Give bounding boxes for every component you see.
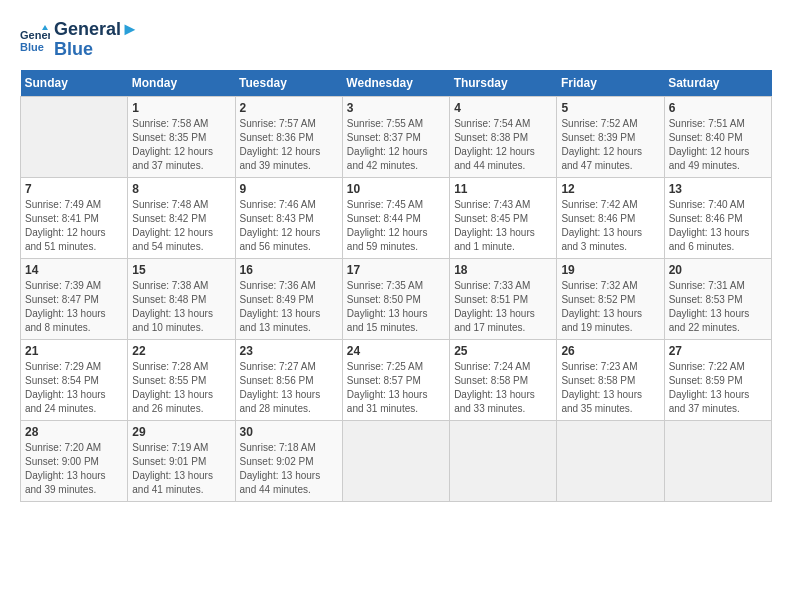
cell-content: Sunrise: 7:57 AM Sunset: 8:36 PM Dayligh…: [240, 117, 338, 173]
day-number: 28: [25, 425, 123, 439]
calendar-cell: [450, 420, 557, 501]
calendar-cell: 9Sunrise: 7:46 AM Sunset: 8:43 PM Daylig…: [235, 177, 342, 258]
cell-content: Sunrise: 7:55 AM Sunset: 8:37 PM Dayligh…: [347, 117, 445, 173]
calendar-cell: [664, 420, 771, 501]
calendar-cell: 14Sunrise: 7:39 AM Sunset: 8:47 PM Dayli…: [21, 258, 128, 339]
day-header-friday: Friday: [557, 70, 664, 97]
calendar-cell: [21, 96, 128, 177]
day-number: 9: [240, 182, 338, 196]
calendar-table: SundayMondayTuesdayWednesdayThursdayFrid…: [20, 70, 772, 502]
week-row: 28Sunrise: 7:20 AM Sunset: 9:00 PM Dayli…: [21, 420, 772, 501]
cell-content: Sunrise: 7:33 AM Sunset: 8:51 PM Dayligh…: [454, 279, 552, 335]
week-row: 14Sunrise: 7:39 AM Sunset: 8:47 PM Dayli…: [21, 258, 772, 339]
day-number: 8: [132, 182, 230, 196]
calendar-cell: 30Sunrise: 7:18 AM Sunset: 9:02 PM Dayli…: [235, 420, 342, 501]
day-number: 23: [240, 344, 338, 358]
cell-content: Sunrise: 7:23 AM Sunset: 8:58 PM Dayligh…: [561, 360, 659, 416]
week-row: 1Sunrise: 7:58 AM Sunset: 8:35 PM Daylig…: [21, 96, 772, 177]
cell-content: Sunrise: 7:29 AM Sunset: 8:54 PM Dayligh…: [25, 360, 123, 416]
calendar-cell: 10Sunrise: 7:45 AM Sunset: 8:44 PM Dayli…: [342, 177, 449, 258]
svg-text:Blue: Blue: [20, 41, 44, 53]
day-number: 17: [347, 263, 445, 277]
calendar-cell: 19Sunrise: 7:32 AM Sunset: 8:52 PM Dayli…: [557, 258, 664, 339]
day-number: 18: [454, 263, 552, 277]
week-row: 7Sunrise: 7:49 AM Sunset: 8:41 PM Daylig…: [21, 177, 772, 258]
calendar-cell: 12Sunrise: 7:42 AM Sunset: 8:46 PM Dayli…: [557, 177, 664, 258]
calendar-cell: 5Sunrise: 7:52 AM Sunset: 8:39 PM Daylig…: [557, 96, 664, 177]
cell-content: Sunrise: 7:48 AM Sunset: 8:42 PM Dayligh…: [132, 198, 230, 254]
cell-content: Sunrise: 7:42 AM Sunset: 8:46 PM Dayligh…: [561, 198, 659, 254]
cell-content: Sunrise: 7:49 AM Sunset: 8:41 PM Dayligh…: [25, 198, 123, 254]
calendar-cell: 2Sunrise: 7:57 AM Sunset: 8:36 PM Daylig…: [235, 96, 342, 177]
cell-content: Sunrise: 7:36 AM Sunset: 8:49 PM Dayligh…: [240, 279, 338, 335]
cell-content: Sunrise: 7:39 AM Sunset: 8:47 PM Dayligh…: [25, 279, 123, 335]
day-number: 20: [669, 263, 767, 277]
logo-text: General► Blue: [54, 20, 139, 60]
cell-content: Sunrise: 7:20 AM Sunset: 9:00 PM Dayligh…: [25, 441, 123, 497]
calendar-cell: 28Sunrise: 7:20 AM Sunset: 9:00 PM Dayli…: [21, 420, 128, 501]
calendar-cell: 21Sunrise: 7:29 AM Sunset: 8:54 PM Dayli…: [21, 339, 128, 420]
calendar-cell: 22Sunrise: 7:28 AM Sunset: 8:55 PM Dayli…: [128, 339, 235, 420]
calendar-cell: 23Sunrise: 7:27 AM Sunset: 8:56 PM Dayli…: [235, 339, 342, 420]
logo-icon: General Blue: [20, 25, 50, 55]
cell-content: Sunrise: 7:28 AM Sunset: 8:55 PM Dayligh…: [132, 360, 230, 416]
day-number: 25: [454, 344, 552, 358]
cell-content: Sunrise: 7:19 AM Sunset: 9:01 PM Dayligh…: [132, 441, 230, 497]
day-number: 14: [25, 263, 123, 277]
day-number: 27: [669, 344, 767, 358]
week-row: 21Sunrise: 7:29 AM Sunset: 8:54 PM Dayli…: [21, 339, 772, 420]
day-number: 16: [240, 263, 338, 277]
day-number: 10: [347, 182, 445, 196]
day-number: 6: [669, 101, 767, 115]
day-number: 29: [132, 425, 230, 439]
day-number: 15: [132, 263, 230, 277]
day-number: 5: [561, 101, 659, 115]
day-number: 24: [347, 344, 445, 358]
day-number: 30: [240, 425, 338, 439]
calendar-cell: 3Sunrise: 7:55 AM Sunset: 8:37 PM Daylig…: [342, 96, 449, 177]
cell-content: Sunrise: 7:51 AM Sunset: 8:40 PM Dayligh…: [669, 117, 767, 173]
calendar-cell: 25Sunrise: 7:24 AM Sunset: 8:58 PM Dayli…: [450, 339, 557, 420]
day-number: 12: [561, 182, 659, 196]
cell-content: Sunrise: 7:46 AM Sunset: 8:43 PM Dayligh…: [240, 198, 338, 254]
cell-content: Sunrise: 7:35 AM Sunset: 8:50 PM Dayligh…: [347, 279, 445, 335]
cell-content: Sunrise: 7:25 AM Sunset: 8:57 PM Dayligh…: [347, 360, 445, 416]
calendar-cell: 18Sunrise: 7:33 AM Sunset: 8:51 PM Dayli…: [450, 258, 557, 339]
calendar-cell: [557, 420, 664, 501]
cell-content: Sunrise: 7:43 AM Sunset: 8:45 PM Dayligh…: [454, 198, 552, 254]
calendar-cell: 4Sunrise: 7:54 AM Sunset: 8:38 PM Daylig…: [450, 96, 557, 177]
day-number: 19: [561, 263, 659, 277]
cell-content: Sunrise: 7:40 AM Sunset: 8:46 PM Dayligh…: [669, 198, 767, 254]
calendar-cell: 27Sunrise: 7:22 AM Sunset: 8:59 PM Dayli…: [664, 339, 771, 420]
cell-content: Sunrise: 7:45 AM Sunset: 8:44 PM Dayligh…: [347, 198, 445, 254]
cell-content: Sunrise: 7:32 AM Sunset: 8:52 PM Dayligh…: [561, 279, 659, 335]
day-number: 4: [454, 101, 552, 115]
cell-content: Sunrise: 7:31 AM Sunset: 8:53 PM Dayligh…: [669, 279, 767, 335]
calendar-cell: 29Sunrise: 7:19 AM Sunset: 9:01 PM Dayli…: [128, 420, 235, 501]
day-number: 2: [240, 101, 338, 115]
calendar-cell: 24Sunrise: 7:25 AM Sunset: 8:57 PM Dayli…: [342, 339, 449, 420]
cell-content: Sunrise: 7:58 AM Sunset: 8:35 PM Dayligh…: [132, 117, 230, 173]
calendar-cell: 20Sunrise: 7:31 AM Sunset: 8:53 PM Dayli…: [664, 258, 771, 339]
cell-content: Sunrise: 7:52 AM Sunset: 8:39 PM Dayligh…: [561, 117, 659, 173]
day-header-tuesday: Tuesday: [235, 70, 342, 97]
calendar-cell: 15Sunrise: 7:38 AM Sunset: 8:48 PM Dayli…: [128, 258, 235, 339]
logo: General Blue General► Blue: [20, 20, 139, 60]
calendar-cell: 6Sunrise: 7:51 AM Sunset: 8:40 PM Daylig…: [664, 96, 771, 177]
cell-content: Sunrise: 7:54 AM Sunset: 8:38 PM Dayligh…: [454, 117, 552, 173]
day-number: 26: [561, 344, 659, 358]
day-number: 13: [669, 182, 767, 196]
calendar-cell: 13Sunrise: 7:40 AM Sunset: 8:46 PM Dayli…: [664, 177, 771, 258]
calendar-cell: 11Sunrise: 7:43 AM Sunset: 8:45 PM Dayli…: [450, 177, 557, 258]
day-number: 11: [454, 182, 552, 196]
cell-content: Sunrise: 7:22 AM Sunset: 8:59 PM Dayligh…: [669, 360, 767, 416]
calendar-cell: [342, 420, 449, 501]
cell-content: Sunrise: 7:18 AM Sunset: 9:02 PM Dayligh…: [240, 441, 338, 497]
calendar-cell: 26Sunrise: 7:23 AM Sunset: 8:58 PM Dayli…: [557, 339, 664, 420]
page-header: General Blue General► Blue: [20, 20, 772, 60]
day-header-saturday: Saturday: [664, 70, 771, 97]
calendar-cell: 8Sunrise: 7:48 AM Sunset: 8:42 PM Daylig…: [128, 177, 235, 258]
day-header-wednesday: Wednesday: [342, 70, 449, 97]
svg-text:General: General: [20, 29, 50, 41]
day-number: 21: [25, 344, 123, 358]
